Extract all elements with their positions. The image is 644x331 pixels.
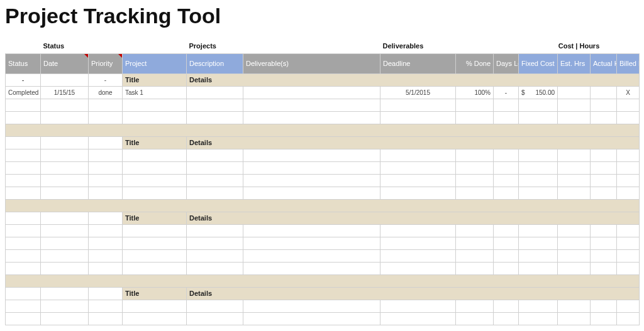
cell-deadline[interactable]: 5/1/2015 (380, 86, 456, 99)
cell-status[interactable]: Completed (6, 86, 41, 99)
cell-deliverables[interactable] (243, 86, 380, 99)
cell-date[interactable]: 1/15/15 (41, 86, 89, 99)
col-actual-hrs[interactable]: Actual Hrs (591, 53, 617, 73)
section-details[interactable]: Details (187, 136, 640, 149)
group-deliverables-label: Deliverables (380, 40, 494, 53)
cell-project[interactable]: Task 1 (123, 86, 187, 99)
col-project[interactable]: Project (123, 53, 187, 73)
cell-pct-done[interactable]: 100% (456, 86, 494, 99)
section-details[interactable]: Details (187, 287, 640, 300)
col-billed-hrs[interactable]: Billed Hrs (617, 53, 640, 73)
col-status[interactable]: Status (6, 53, 41, 73)
section-row: Title Details (6, 287, 640, 300)
col-date[interactable]: Date (41, 53, 89, 73)
currency-symbol: $ (521, 89, 525, 96)
section-row: Title Details (6, 212, 640, 224)
section-details[interactable]: Details (187, 212, 640, 224)
column-group-row: Status Projects Deliverables Cost | Hour… (6, 40, 640, 53)
table-row (6, 187, 640, 199)
col-pct-done[interactable]: % Done (456, 53, 494, 73)
table-row: Completed 1/15/15 done Task 1 5/1/2015 1… (6, 86, 640, 99)
cell-days-left[interactable]: - (494, 86, 519, 99)
col-deadline[interactable]: Deadline (380, 53, 456, 73)
table-row (6, 174, 640, 187)
table-row (6, 312, 640, 325)
section-row: Title Details (6, 136, 640, 149)
status-placeholder[interactable]: - (6, 73, 41, 86)
priority-placeholder[interactable]: - (89, 73, 123, 86)
page-title: Project Tracking Tool (5, 4, 639, 28)
currency-value: 150.00 (535, 89, 555, 96)
cell-description[interactable] (187, 86, 243, 99)
section-row: - - Title Details (6, 73, 640, 86)
cell-billed-hrs[interactable]: X (617, 86, 640, 99)
table-row (6, 111, 640, 124)
table-row (6, 224, 640, 237)
col-priority[interactable]: Priority (89, 53, 123, 73)
cell-priority[interactable]: done (89, 86, 123, 99)
table-row (6, 300, 640, 312)
section-gap (6, 199, 640, 212)
section-title[interactable]: Title (123, 212, 187, 224)
table-row (6, 99, 640, 111)
section-details[interactable]: Details (187, 73, 640, 86)
table-row (6, 262, 640, 274)
section-gap (6, 124, 640, 136)
table-row (6, 249, 640, 262)
section-title[interactable]: Title (123, 73, 187, 86)
table-row (6, 149, 640, 161)
table-row (6, 161, 640, 174)
cell-est-hrs[interactable] (558, 86, 591, 99)
project-tracking-table: Status Projects Deliverables Cost | Hour… (5, 40, 640, 325)
col-fixed-cost[interactable]: Fixed Cost (519, 53, 558, 73)
col-deliverables[interactable]: Deliverable(s) (243, 53, 380, 73)
section-gap (6, 274, 640, 287)
cell-actual-hrs[interactable] (591, 86, 617, 99)
date-cell[interactable] (41, 73, 89, 86)
group-projects-label: Projects (187, 40, 243, 53)
col-description[interactable]: Description (187, 53, 243, 73)
section-title[interactable]: Title (123, 136, 187, 149)
section-title[interactable]: Title (123, 287, 187, 300)
cell-fixed-cost[interactable]: $ 150.00 (519, 86, 558, 99)
table-row (6, 237, 640, 249)
group-costhours-label: Cost | Hours (519, 40, 640, 53)
col-est-hrs[interactable]: Est. Hrs (558, 53, 591, 73)
column-header-row: Status Date Priority Project Description… (6, 53, 640, 73)
col-days-left[interactable]: Days Left (494, 53, 519, 73)
group-status-label: Status (41, 40, 89, 53)
